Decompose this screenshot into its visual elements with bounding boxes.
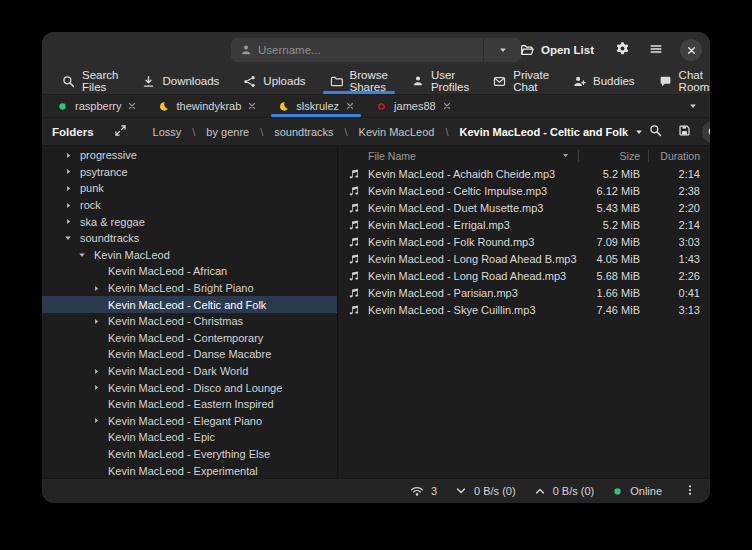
main-tab[interactable]: Chat Rooms [647,68,710,94]
close-window-button[interactable] [680,39,702,61]
tree-item[interactable]: Kevin MacLeod - Elegant Piano [42,413,337,430]
file-duration: 2:26 [648,270,710,282]
tree-item[interactable]: Kevin MacLeod - Celtic and Folk [42,296,337,313]
search-shares-button[interactable] [644,121,667,143]
expander-icon[interactable] [60,167,76,176]
tab-close-icon[interactable] [443,102,451,110]
file-name: Kevin MacLeod - Skye Cuillin.mp3 [368,304,578,316]
expand-all-button[interactable] [112,122,129,142]
breadcrumb-segment[interactable]: Lossy [153,126,182,138]
file-duration: 2:20 [648,202,710,214]
expander-icon[interactable] [60,151,76,160]
user-tab[interactable]: raspberry [46,95,147,117]
tree-item[interactable]: Kevin MacLeod - Dark World [42,363,337,380]
online-status: Online [612,485,662,497]
file-size: 5.43 MiB [578,202,648,214]
file-name-column-header[interactable]: File Name [368,150,578,162]
tree-item[interactable]: Kevin MacLeod - Danse Macabre [42,346,337,363]
tree-item[interactable]: Kevin MacLeod - African [42,263,337,280]
username-input[interactable] [252,44,483,56]
preferences-button[interactable] [609,37,636,63]
tree-item[interactable]: Kevin MacLeod - Experimental [42,462,337,478]
table-row[interactable]: Kevin MacLeod - Celtic Impulse.mp3 6.12 … [338,182,710,199]
tab-overflow-button[interactable] [680,95,706,117]
expander-icon[interactable] [60,201,76,210]
music-note-icon [346,185,362,197]
file-name: Kevin MacLeod - Long Road Ahead.mp3 [368,270,578,282]
open-list-button[interactable]: Open List [512,39,602,61]
duration-column-header[interactable]: Duration [649,150,710,162]
tab-icon [412,75,424,87]
user-tab[interactable]: james88 [365,95,462,117]
tree-item[interactable]: rock [42,197,337,214]
tree-item-label: psytrance [80,166,128,178]
save-list-button[interactable] [673,121,696,143]
folders-label: Folders [52,126,94,138]
user-tab[interactable]: slskrulez [267,95,365,117]
main-tab[interactable]: Private Chat [481,68,561,94]
tree-item[interactable]: Kevin MacLeod [42,247,337,264]
tree-item[interactable]: ska & reggae [42,213,337,230]
tab-close-icon[interactable] [128,102,136,110]
tree-item[interactable]: punk [42,180,337,197]
breadcrumb-separator: \ [445,126,448,138]
user-status-icon [376,101,387,112]
username-combo[interactable] [231,38,521,62]
statusbar-menu-button[interactable] [680,481,700,502]
tree-item[interactable]: soundtracks [42,230,337,247]
tab-icon [330,75,343,88]
table-row[interactable]: Kevin MacLeod - Folk Round.mp3 7.09 MiB … [338,233,710,250]
main-tab[interactable]: Buddies [561,68,647,94]
expander-icon[interactable] [88,367,104,376]
refresh-button[interactable] [702,121,710,143]
tab-icon [493,75,506,88]
tab-close-icon[interactable] [346,102,354,110]
main-tab[interactable]: Downloads [130,68,231,94]
tree-item[interactable]: progressive [42,147,337,164]
main-tab[interactable]: Browse Shares [318,68,400,94]
expander-icon[interactable] [74,250,90,260]
table-row[interactable]: Kevin MacLeod - Duet Musette.mp3 5.43 Mi… [338,199,710,216]
tree-item[interactable]: Kevin MacLeod - Christmas [42,313,337,330]
file-duration: 0:41 [648,287,710,299]
main-tab[interactable]: User Profiles [400,68,481,94]
size-column-header[interactable]: Size [579,150,648,162]
table-row[interactable]: Kevin MacLeod - Achaidh Cheide.mp3 5.2 M… [338,165,710,182]
tree-item[interactable]: Kevin MacLeod - Disco and Lounge [42,379,337,396]
table-row[interactable]: Kevin MacLeod - Long Road Ahead.mp3 5.68… [338,267,710,284]
main-menu-button[interactable] [643,38,669,63]
music-note-icon [346,202,362,214]
main-tab[interactable]: Search Files [50,68,130,94]
expander-icon[interactable] [60,184,76,193]
table-row[interactable]: Kevin MacLeod - Long Road Ahead B.mp3 4.… [338,250,710,267]
expander-icon[interactable] [60,217,76,226]
breadcrumb-segment[interactable]: Kevin MacLeod - Celtic and Folk [460,126,645,138]
table-row[interactable]: Kevin MacLeod - Parisian.mp3 1.66 MiB 0:… [338,284,710,301]
expander-icon[interactable] [88,284,104,293]
file-name: Kevin MacLeod - Folk Round.mp3 [368,236,578,248]
expander-icon[interactable] [88,416,104,425]
tree-item[interactable]: Kevin MacLeod - Bright Piano [42,280,337,297]
tree-item[interactable]: Kevin MacLeod - Contemporary [42,330,337,347]
tree-item[interactable]: psytrance [42,164,337,181]
tree-item[interactable]: Kevin MacLeod - Eastern Inspired [42,396,337,413]
tree-item-label: Kevin MacLeod - Elegant Piano [108,415,262,427]
breadcrumb-segment[interactable]: Kevin MacLeod [359,126,435,138]
tab-icon [243,75,256,88]
tab-close-icon[interactable] [248,102,256,110]
main-tab[interactable]: Uploads [231,68,317,94]
close-icon [687,46,696,55]
tree-item[interactable]: Kevin MacLeod - Everything Else [42,446,337,463]
expander-icon[interactable] [60,233,76,243]
table-row[interactable]: Kevin MacLeod - Errigal.mp3 5.2 MiB 2:14 [338,216,710,233]
folder-tree: progressive psytrance punk rock ska & re… [42,146,337,478]
tree-item[interactable]: Kevin MacLeod - Epic [42,429,337,446]
file-name: Kevin MacLeod - Achaidh Cheide.mp3 [368,168,578,180]
expander-icon[interactable] [88,317,104,326]
breadcrumb-segment[interactable]: by genre [206,126,249,138]
expander-icon[interactable] [88,383,104,392]
user-tab[interactable]: thewindykrab [147,95,267,117]
breadcrumb-segment[interactable]: soundtracks [274,126,333,138]
music-note-icon [346,304,362,316]
table-row[interactable]: Kevin MacLeod - Skye Cuillin.mp3 7.46 Mi… [338,301,710,318]
